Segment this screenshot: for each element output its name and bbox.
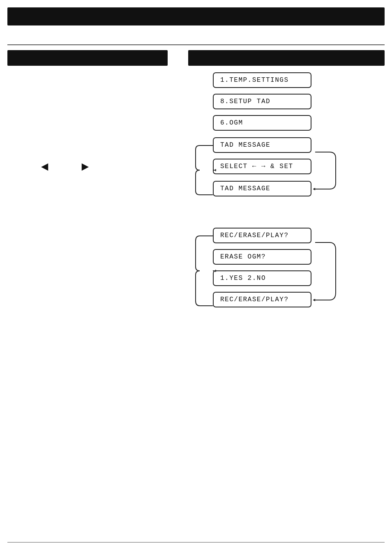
flow1-tad-message-top: TAD MESSAGE [213,137,311,153]
flow2-erase-ogm: ERASE OGM? [213,249,311,265]
arrow-right-button[interactable]: ► [81,160,89,174]
svg-marker-2 [215,270,216,272]
divider-top [7,44,385,45]
svg-marker-1 [313,188,315,190]
svg-marker-3 [313,299,315,301]
right-panel-header [188,50,385,66]
top-bar [7,7,385,25]
flow2-bracket [191,228,216,314]
menu-item-ogm: 6.OGM [213,115,311,131]
svg-marker-0 [215,169,216,171]
flow2-return-arrow [313,234,342,308]
flow2-rec-erase-bottom: REC/ERASE/PLAY? [213,292,311,307]
flow1-bracket [191,137,216,203]
divider-bottom [7,542,385,543]
arrow-left-button[interactable]: ◄ [41,160,48,174]
flow1-tad-message-bottom: TAD MESSAGE [213,181,311,196]
flow2-yes-no: 1.YES 2.NO [213,270,311,286]
flow1-return-arrow [313,144,342,197]
menu-item-temp-settings: 1.TEMP.SETTINGS [213,72,311,88]
flow1-select-box: SELECT ← → & SET [213,159,311,174]
flow2-rec-erase-top: REC/ERASE/PLAY? [213,228,311,243]
menu-item-setup-tad: 8.SETUP TAD [213,94,311,109]
left-panel-header [7,50,168,66]
arrow-buttons-area: ◄ ► [41,160,89,174]
